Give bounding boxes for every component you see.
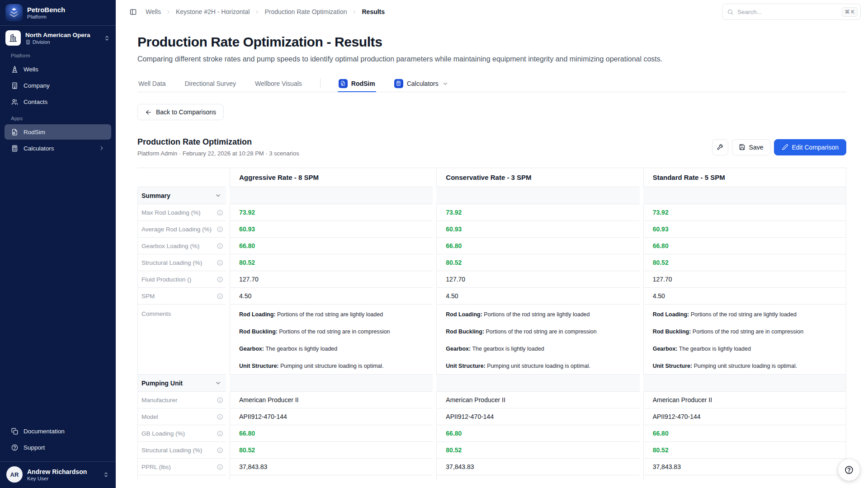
comment-line: Unit Structure: Pumping unit structure l… [446, 362, 596, 370]
comparison-table: Aggressive Rate - 8 SPMConservative Rate… [137, 168, 846, 481]
sidebar-item-support[interactable]: Support [5, 440, 111, 455]
table-row-structural-loading: Structural Loading (%) 80.5280.5280.52 [137, 442, 846, 459]
row-label: Average Rod Loading (%) [142, 226, 212, 233]
info-icon[interactable] [217, 397, 223, 404]
value-cell: 127.70 [436, 271, 639, 288]
value-cell: 80.52 [230, 254, 433, 271]
sidebar-item-contacts[interactable]: Contacts [5, 94, 111, 109]
section-title-cell[interactable]: Summary [137, 187, 226, 204]
back-to-comparisons-button[interactable]: Back to Comparisons [137, 104, 224, 120]
comment-line: Rod Loading: Portions of the rod string … [239, 311, 390, 319]
circle-question-icon [11, 444, 19, 451]
row-label: Manufacturer [142, 397, 178, 404]
comment-line: Rod Buckling: Portions of the rod string… [653, 328, 803, 336]
chevron-right-icon [254, 9, 260, 15]
section-cell [436, 187, 639, 204]
value-cell: 4.50 [436, 288, 639, 305]
row-label-cell: Max Rod Loading (%) [137, 204, 226, 221]
breadcrumb-item-wells[interactable]: Wells [146, 8, 161, 15]
comment-line: Gearbox: The gearbox is lightly loaded [653, 345, 803, 353]
row-label-cell: Comments [137, 305, 226, 375]
info-icon[interactable] [217, 226, 223, 233]
sidebar-item-rodsim[interactable]: RodSim [5, 124, 111, 140]
info-icon[interactable] [217, 243, 223, 249]
user-menu[interactable]: AR Andrew Richardson Key User [0, 461, 116, 488]
org-switcher[interactable]: North American Opera Division [5, 30, 110, 46]
scenario-header-standard-rate-5-spm: Standard Rate - 5 SPM [643, 168, 846, 187]
row-label: Comments [142, 310, 171, 317]
tab-directional-survey[interactable]: Directional Survey [184, 75, 237, 92]
sidebar-item-documentation[interactable]: Documentation [5, 423, 111, 439]
row-label: Fluid Production () [142, 276, 191, 283]
value-cell: 80.52 [643, 442, 846, 459]
tab-calculators[interactable]: Calculators [393, 75, 449, 92]
search-box[interactable]: ⌘ K [722, 4, 861, 20]
value-cell: American Producer II [643, 392, 846, 408]
tab-label: Well Data [138, 80, 165, 87]
section-row-summary: Summary [137, 187, 846, 204]
value-cell: 66.80 [436, 238, 639, 254]
sidebar-item-company[interactable]: Company [5, 78, 111, 93]
chevron-down-icon [215, 192, 222, 199]
info-icon[interactable] [217, 430, 223, 437]
section-row-pumping-unit: Pumping Unit [137, 375, 846, 392]
section-cell [643, 187, 846, 204]
breadcrumb-item-production-rate-optimization[interactable]: Production Rate Optimization [264, 8, 347, 15]
users-icon [11, 98, 19, 106]
chevron-down-icon [442, 80, 448, 87]
file-gear-icon [339, 79, 348, 88]
value-cell: 80.52 [436, 254, 639, 271]
value-cell: 73.92 [436, 204, 639, 221]
save-button[interactable]: Save [732, 139, 770, 155]
section-title-cell[interactable]: Pumping Unit [137, 375, 226, 392]
table-header-row: Aggressive Rate - 8 SPMConservative Rate… [137, 168, 846, 187]
row-label-cell: Gearbox Loading (%) [137, 238, 226, 254]
info-icon[interactable] [217, 276, 223, 283]
value-cell: 80.52 [643, 254, 846, 271]
row-label: Structural Loading (%) [142, 259, 202, 266]
search-input[interactable] [737, 9, 838, 15]
row-label: SPM [142, 293, 155, 300]
tab-well-data[interactable]: Well Data [137, 75, 166, 92]
tab-rodsim[interactable]: RodSim [338, 75, 376, 92]
help-button[interactable] [838, 459, 860, 481]
chevron-right-icon [351, 9, 357, 15]
search-shortcut-badge: ⌘ K [842, 7, 858, 17]
scenario-header-conservative-rate-3-spm: Conservative Rate - 3 SPM [436, 168, 639, 187]
value-cell: APII912-470-144 [436, 408, 639, 425]
org-name: North American Opera [25, 32, 99, 38]
info-icon[interactable] [217, 293, 223, 300]
info-icon[interactable] [217, 447, 223, 454]
sidebar-toggle-button[interactable] [127, 5, 139, 18]
tools-button[interactable] [712, 139, 728, 155]
breadcrumb-item-keystone-2h-horizontal[interactable]: Keystone #2H - Horizontal [176, 8, 250, 15]
division-icon [25, 39, 31, 45]
value-cell: 4.50 [230, 288, 433, 305]
info-icon[interactable] [217, 259, 223, 266]
value-cell: 60.93 [230, 221, 433, 238]
tab-wellbore-visuals[interactable]: Wellbore Visuals [254, 75, 303, 92]
info-icon[interactable] [217, 464, 223, 470]
page-subtitle: Comparing different stroke rates and pum… [137, 55, 846, 63]
section-cell [230, 187, 433, 204]
row-label: GB Loading (%) [142, 430, 185, 437]
value-cell: 127.70 [643, 271, 846, 288]
table-row-comments: CommentsRod Loading: Portions of the rod… [137, 305, 846, 375]
info-icon[interactable] [217, 413, 223, 420]
value-cell: American Producer II [230, 392, 433, 408]
value-cell: American Producer II [436, 392, 639, 408]
table-corner-cell [137, 168, 226, 187]
file-gear-icon [11, 128, 19, 136]
edit-comparison-button[interactable]: Edit Comparison [774, 139, 847, 155]
row-label: Gearbox Loading (%) [142, 243, 199, 249]
section-title: Summary [142, 192, 170, 199]
row-label-cell: Structural Loading (%) [137, 254, 226, 271]
info-icon[interactable] [217, 209, 223, 216]
comment-line: Rod Buckling: Portions of the rod string… [446, 328, 596, 336]
row-label-cell: Average Rod Loading (%) [137, 221, 226, 238]
sidebar-item-wells[interactable]: Wells [5, 61, 111, 77]
sidebar-item-calculators[interactable]: Calculators [5, 141, 111, 156]
copy-icon [11, 427, 19, 435]
value-cell: 73.92 [230, 204, 433, 221]
row-label: Max Rod Loading (%) [142, 209, 201, 216]
